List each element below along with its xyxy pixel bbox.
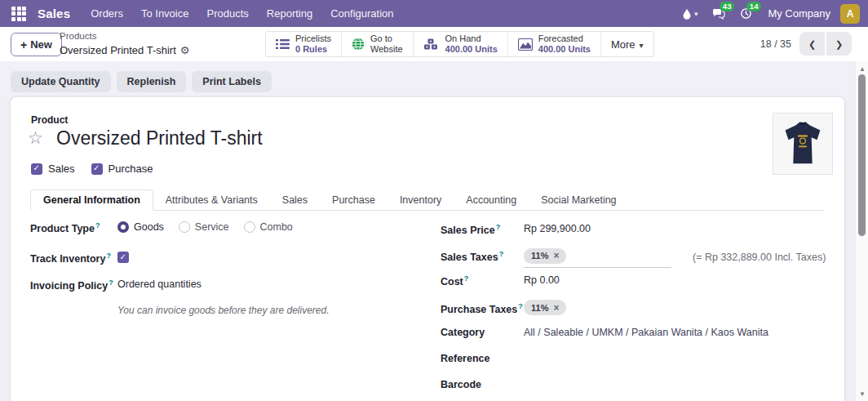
track-inventory-checkbox[interactable] <box>117 252 129 263</box>
invoicing-policy-label: Invoicing Policy? <box>30 278 117 292</box>
company-switcher[interactable]: My Company <box>761 7 837 20</box>
nav-item-products[interactable]: Products <box>197 0 257 27</box>
breadcrumb-parent[interactable]: Products <box>60 30 189 42</box>
invoicing-policy-select[interactable]: Ordered quantities <box>117 278 202 290</box>
update-quantity-button[interactable]: Update Quantity <box>11 71 111 92</box>
purchase-taxes-row: Purchase Taxes? 11% <box>441 300 566 315</box>
nav-item-orders[interactable]: Orders <box>82 0 132 27</box>
purchase-tax-tag: 11% <box>524 300 566 315</box>
stat-button-group: Pricelists 0 Rules Go to Website On Hand… <box>265 31 654 57</box>
tab-inventory[interactable]: Inventory <box>388 189 454 211</box>
plus-icon <box>20 38 27 51</box>
tab-sales[interactable]: Sales <box>270 189 320 211</box>
replenish-button[interactable]: Replenish <box>117 71 187 92</box>
remove-tax-icon[interactable] <box>553 250 559 261</box>
barcode-label: Barcode <box>441 379 524 390</box>
product-kind-label: Product <box>31 114 68 126</box>
tab-attributes-variants[interactable]: Attributes & Variants <box>153 189 270 211</box>
invoicing-policy-row: Invoicing Policy? Ordered quantities <box>30 278 202 292</box>
nav-item-configuration[interactable]: Configuration <box>321 0 402 27</box>
product-form-card: Product Oversized Printed T-shirt Sales … <box>10 96 845 401</box>
boxes-icon <box>423 38 440 51</box>
notebook-tabs: General Information Attributes & Variant… <box>30 189 825 211</box>
tab-general-information[interactable]: General Information <box>30 189 153 211</box>
on-hand-button[interactable]: On Hand 400.00 Units <box>414 32 508 56</box>
help-icon: ? <box>518 302 523 310</box>
radio-combo[interactable] <box>244 221 255 233</box>
forecasted-button[interactable]: Forecasted 400.00 Units <box>508 32 601 56</box>
activities-badge: 14 <box>746 2 762 11</box>
product-type-row: Product Type? Goods Service Combo <box>30 221 293 234</box>
purchase-checkbox[interactable] <box>91 163 103 175</box>
list-icon <box>276 38 290 50</box>
activities-button[interactable]: 14 <box>734 0 758 27</box>
radio-service[interactable] <box>179 221 190 233</box>
user-avatar[interactable]: A <box>840 4 860 24</box>
cost-row: Cost? Rp 0.00 <box>441 274 560 287</box>
favorite-star-icon[interactable] <box>28 128 43 148</box>
forecasted-value: 400.00 Units <box>538 44 591 55</box>
control-panel: New Products Oversized Printed T-shirt P… <box>0 27 868 61</box>
tab-social-marketing[interactable]: Social Marketing <box>529 189 628 211</box>
water-drop-icon <box>682 8 692 20</box>
sales-checkbox[interactable] <box>31 163 42 175</box>
area-chart-icon <box>518 38 533 51</box>
scroll-down-arrow-icon[interactable] <box>856 388 868 399</box>
radio-goods-label: Goods <box>134 221 164 233</box>
radio-goods[interactable] <box>117 221 129 233</box>
tshirt-image <box>773 113 832 175</box>
go-to-website-button[interactable]: Go to Website <box>342 32 414 56</box>
category-value[interactable]: All / Saleable / UMKM / Pakaian Wanita /… <box>524 327 768 338</box>
cost-value[interactable]: Rp 0.00 <box>524 274 560 286</box>
new-button[interactable]: New <box>11 33 62 56</box>
website-label: Website <box>370 44 403 55</box>
sales-taxes-input[interactable]: 11% <box>524 247 671 268</box>
help-icon: ? <box>108 278 113 287</box>
more-button[interactable]: More <box>601 32 653 56</box>
scroll-up-arrow-icon[interactable] <box>856 63 868 74</box>
pricelists-button[interactable]: Pricelists 0 Rules <box>266 32 342 56</box>
remove-tax-icon[interactable] <box>553 302 559 314</box>
track-inventory-label: Track Inventory? <box>30 252 117 265</box>
breadcrumb: Products Oversized Printed T-shirt <box>60 30 189 58</box>
pricelists-label: Pricelists <box>295 33 331 44</box>
on-hand-value: 400.00 Units <box>445 44 498 55</box>
messages-button[interactable]: 43 <box>706 0 731 27</box>
go-to-label: Go to <box>370 33 403 44</box>
apps-grid-icon <box>11 7 26 21</box>
availability-checkboxes: Sales Purchase <box>31 163 153 175</box>
sales-taxes-row: Sales Taxes? 11% (= Rp 332,889.00 Incl. … <box>441 247 826 268</box>
product-image[interactable] <box>773 113 833 175</box>
barcode-row: Barcode <box>441 379 524 390</box>
product-title[interactable]: Oversized Printed T-shirt <box>56 127 263 149</box>
pager-previous-button[interactable] <box>799 32 825 56</box>
sales-price-label: Sales Price? <box>441 223 524 236</box>
sales-price-row: Sales Price? Rp 299,900.00 <box>441 223 591 236</box>
nav-item-reporting[interactable]: Reporting <box>258 0 321 27</box>
globe-icon <box>352 38 365 51</box>
apps-menu-button[interactable] <box>5 0 33 27</box>
nav-item-to-invoice[interactable]: To Invoice <box>132 0 198 27</box>
tab-purchase[interactable]: Purchase <box>320 189 388 211</box>
messages-badge: 43 <box>720 2 735 11</box>
scrollbar-thumb[interactable] <box>858 74 866 236</box>
tax-included-note: (= Rp 332,889.00 Incl. Taxes) <box>693 252 826 263</box>
breadcrumb-current: Oversized Printed T-shirt <box>60 44 176 57</box>
reference-row: Reference <box>441 353 524 364</box>
app-name[interactable]: Sales <box>33 7 82 20</box>
radio-combo-label: Combo <box>260 221 293 233</box>
pager-counter[interactable]: 18 / 35 <box>760 38 791 50</box>
sales-price-value[interactable]: Rp 299,900.00 <box>524 223 591 234</box>
pager-next-button[interactable] <box>826 32 852 56</box>
radio-service-label: Service <box>195 221 229 233</box>
category-label: Category <box>441 327 524 338</box>
reference-label: Reference <box>441 353 524 364</box>
invoicing-policy-hint: You can invoice goods before they are de… <box>117 305 330 316</box>
tab-accounting[interactable]: Accounting <box>454 189 529 211</box>
print-labels-button[interactable]: Print Labels <box>192 71 272 92</box>
status-indicator-button[interactable] <box>676 0 704 27</box>
gear-icon[interactable] <box>180 44 190 57</box>
pager: 18 / 35 <box>760 32 852 56</box>
purchase-checkbox-label: Purchase <box>108 163 153 175</box>
help-icon: ? <box>106 252 111 260</box>
